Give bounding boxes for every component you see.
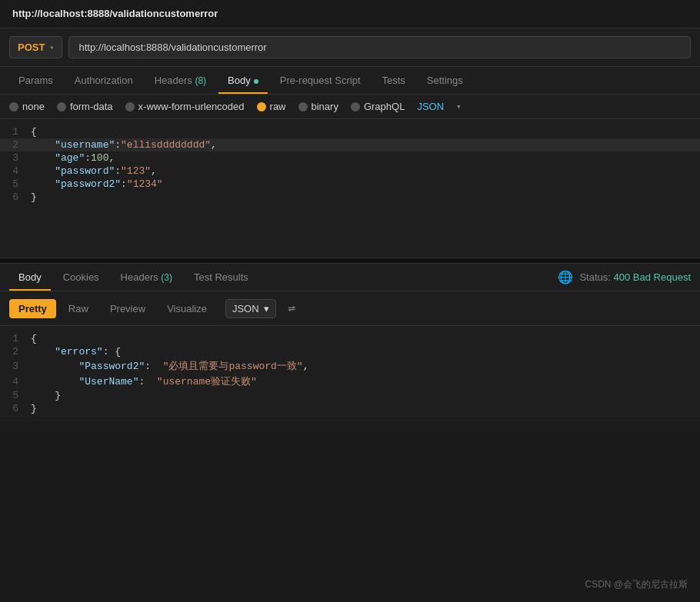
radio-graphql[interactable]: GraphQL	[351, 101, 405, 112]
preview-button[interactable]: Preview	[101, 299, 155, 318]
tab-params[interactable]: Params	[9, 67, 62, 94]
response-code-editor: 1 { 2 "errors": { 3 "Password2": "必填且需要与…	[0, 326, 700, 421]
resp-code-line-4: 4 "UserName": "username验证失败"	[0, 374, 700, 389]
wrap-icon[interactable]: ⇌	[285, 298, 299, 319]
resp-code-line-6: 6 }	[0, 402, 700, 415]
code-line-1: 1 {	[0, 125, 700, 138]
view-bar: Pretty Raw Preview Visualize JSON ▾ ⇌	[0, 291, 700, 326]
chevron-down-icon: ▾	[49, 43, 54, 52]
pretty-button[interactable]: Pretty	[9, 299, 56, 318]
tab-settings[interactable]: Settings	[418, 67, 472, 94]
globe-icon: 🌐	[558, 270, 573, 285]
radio-binary[interactable]: binary	[298, 101, 338, 112]
resp-tab-cookies[interactable]: Cookies	[54, 264, 108, 291]
tab-pre-request-script[interactable]: Pre-request Script	[271, 67, 370, 94]
radio-circle-form-data	[57, 102, 66, 111]
resp-code-line-3: 3 "Password2": "必填且需要与password一致",	[0, 358, 700, 374]
response-tabs-nav: Body Cookies Headers (3) Test Results 🌐 …	[0, 264, 700, 291]
resp-code-line-2: 2 "errors": {	[0, 345, 700, 358]
code-line-2: 2 "username":"ellisdddddddd",	[0, 138, 700, 151]
raw-button[interactable]: Raw	[59, 299, 98, 318]
radio-circle-binary	[298, 102, 308, 111]
code-line-3: 3 "age":100,	[0, 151, 700, 165]
code-line-4: 4 "password":"123",	[0, 165, 700, 178]
request-tabs-nav: Params Authorization Headers (8) Body Pr…	[0, 67, 700, 95]
title-bar: http://localhost:8888/validationcustomer…	[0, 0, 700, 28]
page-title: http://localhost:8888/validationcustomer…	[12, 8, 218, 19]
radio-none[interactable]: none	[9, 101, 45, 112]
chevron-down-icon: ▾	[264, 303, 269, 314]
url-input[interactable]	[68, 36, 691, 58]
resp-tab-test-results[interactable]: Test Results	[185, 264, 258, 291]
visualize-button[interactable]: Visualize	[158, 299, 216, 318]
resp-tab-body[interactable]: Body	[9, 264, 51, 291]
resp-tab-headers[interactable]: Headers (3)	[112, 264, 182, 291]
tab-authorization[interactable]: Authorization	[65, 67, 142, 94]
status-area: 🌐 Status: 400 Bad Request	[558, 270, 691, 285]
tab-tests[interactable]: Tests	[373, 67, 415, 94]
tab-headers[interactable]: Headers (8)	[145, 67, 215, 94]
resp-code-line-5: 5 }	[0, 389, 700, 402]
radio-circle-graphql	[351, 102, 360, 111]
radio-circle-raw	[257, 102, 266, 111]
url-bar: POST ▾	[0, 28, 700, 67]
radio-raw[interactable]: raw	[257, 101, 286, 112]
radio-circle-none	[9, 102, 18, 111]
body-type-bar: none form-data x-www-form-urlencoded raw…	[0, 95, 700, 119]
resp-code-line-1: 1 {	[0, 332, 700, 345]
radio-circle-url-encoded	[125, 102, 135, 111]
watermark: CSDN @会飞的尼古拉斯	[585, 578, 688, 591]
response-json-dropdown[interactable]: JSON ▾	[225, 299, 276, 318]
radio-form-data[interactable]: form-data	[57, 101, 113, 112]
tab-body[interactable]: Body	[218, 67, 268, 94]
code-line-6: 6 }	[0, 191, 700, 204]
code-line-5: 5 "password2":"1234"	[0, 178, 700, 191]
method-label: POST	[18, 42, 45, 53]
body-dot-indicator	[254, 79, 258, 84]
json-format-label: JSON	[417, 101, 444, 112]
request-code-editor[interactable]: 1 { 2 "username":"ellisdddddddd", 3 "age…	[0, 119, 700, 258]
method-dropdown[interactable]: POST ▾	[9, 36, 62, 58]
json-chevron-icon: ▾	[456, 101, 462, 111]
radio-url-encoded[interactable]: x-www-form-urlencoded	[125, 101, 245, 112]
section-divider	[0, 258, 700, 264]
